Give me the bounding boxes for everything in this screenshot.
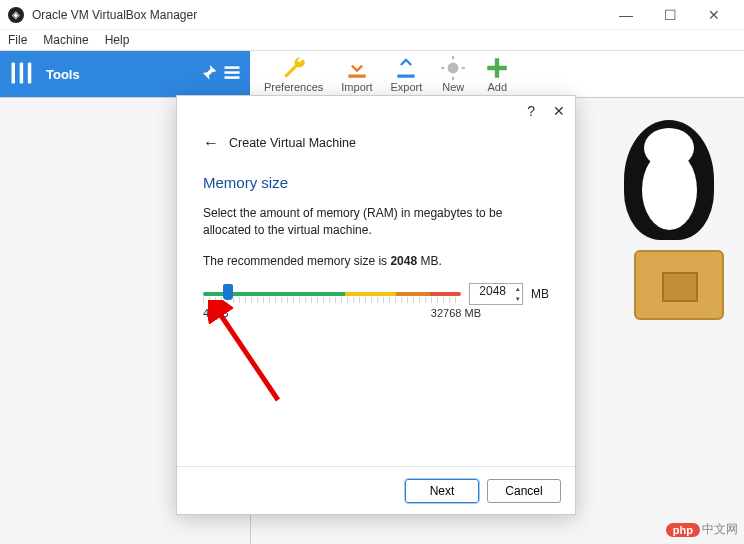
export-label: Export xyxy=(391,81,423,93)
window-title: Oracle VM VirtualBox Manager xyxy=(32,8,604,22)
slider-track xyxy=(203,292,461,296)
svg-rect-3 xyxy=(225,66,240,69)
preferences-button[interactable]: Preferences xyxy=(264,55,323,93)
list-icon[interactable] xyxy=(222,63,242,86)
dialog-help-button[interactable]: ? xyxy=(527,103,535,119)
toolbar-actions: Preferences Import Export New Add xyxy=(250,51,524,97)
toolbar: Tools Preferences Import Export New Add xyxy=(0,50,744,98)
create-vm-dialog: ? ✕ ← Create Virtual Machine Memory size… xyxy=(176,95,576,515)
preferences-label: Preferences xyxy=(264,81,323,93)
wrench-icon xyxy=(281,55,307,81)
tools-icon xyxy=(8,59,36,90)
menu-bar: File Machine Help xyxy=(0,30,744,50)
sidebar-tools-label: Tools xyxy=(46,67,198,82)
watermark-badge: php xyxy=(666,523,700,537)
memory-slider[interactable] xyxy=(203,286,461,302)
svg-rect-1 xyxy=(20,62,24,83)
pin-icon[interactable] xyxy=(198,63,218,86)
rec-suffix: MB. xyxy=(417,254,442,268)
svg-rect-2 xyxy=(28,62,32,83)
sun-icon xyxy=(440,55,466,81)
welcome-mascot-icon xyxy=(604,120,734,320)
import-button[interactable]: Import xyxy=(341,55,372,93)
new-button[interactable]: New xyxy=(440,55,466,93)
menu-file[interactable]: File xyxy=(8,33,27,47)
dialog-close-button[interactable]: ✕ xyxy=(553,103,565,119)
slider-ticks xyxy=(203,297,461,303)
svg-point-8 xyxy=(448,63,459,74)
dialog-description: Select the amount of memory (RAM) in meg… xyxy=(203,205,549,239)
add-label: Add xyxy=(488,81,508,93)
add-button[interactable]: Add xyxy=(484,55,510,93)
close-button[interactable]: ✕ xyxy=(692,0,736,30)
slider-min-label: 4 MB xyxy=(203,307,229,319)
memory-input[interactable]: 2048 xyxy=(469,283,523,305)
minimize-button[interactable]: — xyxy=(604,0,648,30)
export-button[interactable]: Export xyxy=(391,55,423,93)
svg-rect-6 xyxy=(348,75,365,78)
import-label: Import xyxy=(341,81,372,93)
maximize-button[interactable]: ☐ xyxy=(648,0,692,30)
svg-rect-5 xyxy=(225,76,240,79)
dialog-recommendation: The recommended memory size is 2048 MB. xyxy=(203,253,549,270)
svg-rect-7 xyxy=(398,75,415,78)
watermark: php 中文网 xyxy=(666,521,738,538)
slider-thumb[interactable] xyxy=(223,284,233,300)
svg-rect-0 xyxy=(12,62,16,83)
dialog-section-title: Memory size xyxy=(203,174,549,191)
menu-help[interactable]: Help xyxy=(105,33,130,47)
menu-machine[interactable]: Machine xyxy=(43,33,88,47)
svg-rect-4 xyxy=(225,71,240,74)
dialog-footer: Next Cancel xyxy=(177,466,575,514)
rec-value: 2048 xyxy=(390,254,417,268)
slider-max-label: 32768 MB xyxy=(431,307,481,319)
dialog-titlebar: ? ✕ xyxy=(177,96,575,126)
new-label: New xyxy=(442,81,464,93)
memory-unit: MB xyxy=(531,287,549,301)
back-arrow-icon[interactable]: ← xyxy=(203,134,219,152)
sidebar-tools-panel[interactable]: Tools xyxy=(0,51,250,97)
next-button[interactable]: Next xyxy=(405,479,479,503)
rec-prefix: The recommended memory size is xyxy=(203,254,390,268)
dialog-breadcrumb: Create Virtual Machine xyxy=(229,136,356,150)
watermark-text: 中文网 xyxy=(702,521,738,538)
export-icon xyxy=(393,55,419,81)
titlebar: ◈ Oracle VM VirtualBox Manager — ☐ ✕ xyxy=(0,0,744,30)
plus-icon xyxy=(484,55,510,81)
app-logo-icon: ◈ xyxy=(8,7,24,23)
cancel-button[interactable]: Cancel xyxy=(487,479,561,503)
import-icon xyxy=(344,55,370,81)
